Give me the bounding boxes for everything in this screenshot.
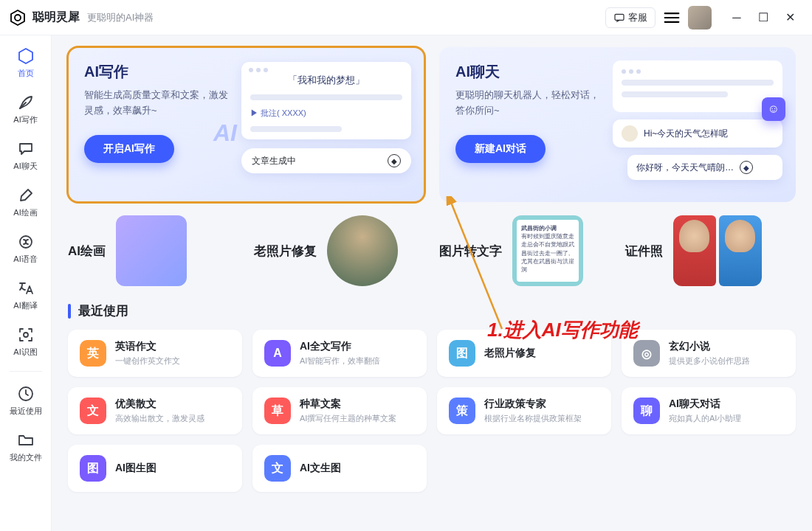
sidebar-item-label: AI翻译 (13, 300, 37, 311)
recent-card[interactable]: 聊AI聊天对话宛如真人的AI小助理 (622, 387, 796, 434)
recent-card[interactable]: 策行业政策专家根据行业名称提供政策框架 (437, 387, 611, 434)
app-subtitle: 更聪明的AI神器 (87, 11, 154, 24)
recent-card[interactable]: 图老照片修复 (437, 330, 611, 377)
app-name: 聪明灵犀 (32, 10, 80, 25)
chat-icon (17, 140, 35, 158)
recent-subtitle: 一键创作英文作文 (115, 355, 180, 367)
titlebar: 聪明灵犀 更聪明的AI神器 客服 ─ ☐ ✕ (0, 0, 812, 35)
recent-subtitle: AI智能写作，效率翻倍 (300, 355, 380, 367)
history-icon (17, 385, 35, 403)
tool-ocr[interactable]: 图片转文字 武昌街的小调有时候到重庆随意走走总会不自觉地跟武昌街过去走一圈了,尤… (439, 215, 610, 286)
recent-card[interactable]: 英英语作文一键创作英文作文 (68, 330, 242, 377)
sidebar-item-label: 首页 (18, 68, 34, 79)
sidebar-item-files[interactable]: 我的文件 (4, 426, 48, 469)
start-writing-button[interactable]: 开启AI写作 (84, 135, 174, 163)
writing-mock: 「我和我的梦想」 ▶ 批注( XXXX) AI 文章生成中 ◆ (241, 62, 411, 173)
sidebar-item-writing[interactable]: AI写作 (4, 88, 48, 131)
translate-icon (17, 280, 35, 297)
thumb-idphoto (673, 215, 762, 286)
sidebar-item-home[interactable]: 首页 (4, 41, 48, 85)
sidebar-item-recent[interactable]: 最近使用 (4, 379, 48, 423)
recent-title: 玄幻小说 (669, 340, 750, 353)
chat-bubble-ai: 你好呀，今天天气晴朗… (636, 162, 734, 174)
svg-marker-6 (19, 49, 32, 63)
folder-icon (17, 431, 35, 449)
thumb-ocr: 武昌街的小调有时候到重庆随意走走总会不自觉地跟武昌街过去走一圈了,尤其在武昌街与… (512, 215, 583, 286)
recent-title: 老照片修复 (484, 347, 536, 360)
recent-grid: 英英语作文一键创作英文作文AAI全文写作AI智能写作，效率翻倍图老照片修复◎玄幻… (68, 330, 796, 492)
recent-card[interactable]: 文优美散文高效输出散文，激发灵感 (68, 387, 242, 434)
main-content: AI写作 智能生成高质量文章和文案，激发灵感，效率飙升~ 开启AI写作 「我和我… (52, 35, 812, 531)
sidebar-item-draw[interactable]: AI绘画 (4, 181, 48, 224)
sidebar-item-label: AI识图 (13, 347, 37, 358)
recent-title: 优美散文 (115, 398, 204, 411)
recent-icon: 图 (80, 455, 106, 482)
recent-title: AI全文写作 (300, 340, 380, 353)
recent-icon: 英 (80, 340, 106, 367)
generation-status: 文章生成中 (252, 155, 296, 167)
recent-icon: ◎ (633, 340, 660, 367)
tool-title: 证件照 (625, 243, 663, 260)
recent-icon: 策 (449, 398, 475, 424)
recent-card[interactable]: 图AI图生图 (68, 445, 242, 492)
thumb-ai-art (116, 215, 187, 286)
recent-title: AI图生图 (115, 462, 156, 475)
recent-subtitle: 高效输出散文，激发灵感 (115, 413, 204, 424)
recent-card[interactable]: 文AI文生图 (252, 445, 427, 492)
recent-card[interactable]: AAI全文写作AI智能写作，效率翻倍 (252, 330, 427, 377)
scan-icon (17, 326, 35, 344)
svg-point-1 (15, 15, 21, 21)
thumb-restore (327, 215, 398, 286)
quill-icon (17, 94, 35, 111)
recent-subtitle: AI撰写任何主题的种草文案 (300, 413, 396, 424)
tool-id-photo[interactable]: 证件照 (625, 215, 796, 286)
avatar[interactable] (688, 6, 712, 30)
tool-photo-restore[interactable]: 老照片修复 (254, 215, 425, 286)
recent-heading: 最近使用 (68, 302, 796, 319)
brush-icon (17, 187, 35, 204)
svg-rect-2 (615, 14, 624, 20)
assist-icon: ☺ (762, 97, 785, 121)
support-button[interactable]: 客服 (605, 7, 656, 28)
audio-icon (17, 233, 35, 251)
sidebar-item-label: AI绘画 (13, 207, 37, 218)
recent-title: 英语作文 (115, 340, 180, 353)
sidebar-item-label: AI写作 (13, 114, 37, 125)
recent-icon: 草 (264, 398, 291, 424)
recent-icon: 聊 (633, 398, 660, 424)
close-button[interactable]: ✕ (780, 7, 800, 28)
sidebar-item-translate[interactable]: AI翻译 (4, 274, 48, 317)
svg-point-9 (24, 333, 28, 337)
hero-card-writing[interactable]: AI写作 智能生成高质量文章和文案，激发灵感，效率飙升~ 开启AI写作 「我和我… (68, 47, 424, 202)
chat-mock: ☺ Hi~今天的天气怎样呢 你好呀，今天天气晴朗…◆ (613, 60, 782, 180)
recent-title: 种草文案 (300, 398, 396, 411)
sidebar-item-label: AI语音 (13, 254, 37, 265)
recent-subtitle: 宛如真人的AI小助理 (669, 413, 741, 424)
brand-mini-icon: ◆ (388, 154, 401, 167)
ai-badge-icon: AI (213, 119, 237, 147)
new-chat-button[interactable]: 新建AI对话 (455, 135, 546, 163)
sidebar-item-chat[interactable]: AI聊天 (4, 134, 48, 178)
recent-icon: A (264, 340, 291, 367)
recent-title: 最近使用 (78, 302, 128, 319)
sidebar-item-audio[interactable]: AI语音 (4, 227, 48, 271)
tool-title: AI绘画 (68, 243, 106, 260)
hero-desc: 更聪明的聊天机器人，轻松对话，答你所问~ (455, 88, 603, 119)
menu-icon[interactable] (661, 7, 682, 28)
sidebar-item-ocr[interactable]: AI识图 (4, 320, 48, 364)
minimize-button[interactable]: ─ (726, 7, 747, 28)
tool-ai-draw[interactable]: AI绘画 (68, 215, 239, 286)
sidebar: 首页 AI写作 AI聊天 AI绘画 AI语音 AI翻译 AI识图 最 (0, 35, 52, 531)
sidebar-item-label: 我的文件 (10, 452, 42, 463)
hero-card-chat[interactable]: AI聊天 更聪明的聊天机器人，轻松对话，答你所问~ 新建AI对话 ☺ Hi~今天… (439, 47, 796, 202)
recent-card[interactable]: ◎玄幻小说提供更多小说创作思路 (622, 330, 796, 377)
tool-title: 图片转文字 (439, 243, 502, 260)
maximize-button[interactable]: ☐ (753, 7, 774, 28)
recent-card[interactable]: 草种草文案AI撰写任何主题的种草文案 (252, 387, 427, 434)
recent-title: 行业政策专家 (484, 398, 582, 411)
recent-icon: 图 (449, 340, 475, 367)
recent-icon: 文 (264, 455, 291, 482)
recent-subtitle: 根据行业名称提供政策框架 (484, 413, 582, 424)
recent-subtitle: 提供更多小说创作思路 (669, 355, 750, 367)
recent-title: AI文生图 (300, 462, 341, 475)
